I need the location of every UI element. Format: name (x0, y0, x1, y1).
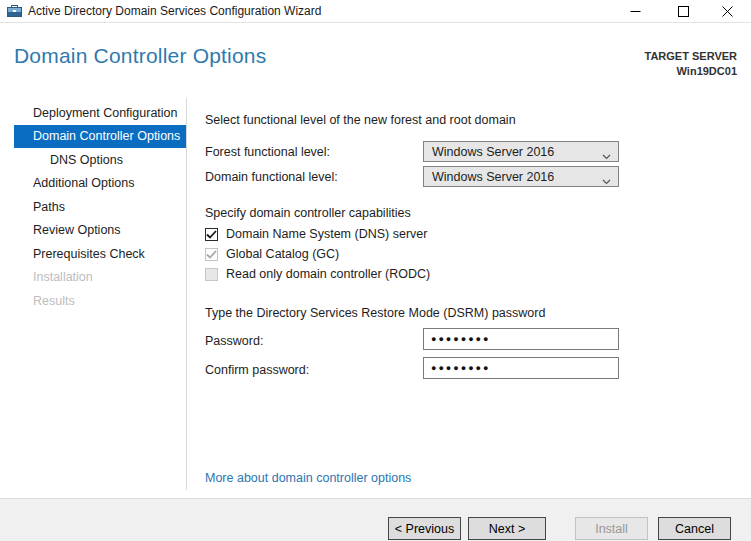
wizard-steps-sidebar: Deployment Configuration Domain Controll… (14, 101, 186, 313)
sidebar-item-review-options[interactable]: Review Options (14, 219, 186, 243)
chevron-down-icon (602, 174, 611, 188)
sidebar-item-additional-options[interactable]: Additional Options (14, 172, 186, 196)
password-label: Password: (205, 334, 263, 348)
title-bar: Active Directory Domain Services Configu… (0, 0, 751, 23)
next-button[interactable]: Next > (468, 517, 546, 540)
forest-functional-level-label: Forest functional level: (205, 145, 330, 159)
global-catalog-checkbox-label: Global Catalog (GC) (226, 247, 339, 261)
sidebar-divider (186, 98, 187, 490)
forest-functional-level-value: Windows Server 2016 (432, 145, 554, 159)
maximize-button[interactable] (666, 0, 700, 22)
global-catalog-checkbox-row: Global Catalog (GC) (205, 247, 339, 261)
close-button[interactable] (710, 0, 744, 22)
target-server-name: Win19DC01 (645, 64, 738, 79)
dns-server-checkbox-label: Domain Name System (DNS) server (226, 227, 427, 241)
confirm-password-label: Confirm password: (205, 363, 309, 377)
capabilities-heading: Specify domain controller capabilities (205, 206, 411, 220)
domain-functional-level-value: Windows Server 2016 (432, 170, 554, 184)
target-server-label: TARGET SERVER (645, 49, 738, 64)
password-input[interactable]: ●●●●●●●● (423, 328, 619, 350)
target-server-block: TARGET SERVER Win19DC01 (645, 49, 738, 79)
domain-functional-level-label: Domain functional level: (205, 170, 338, 184)
dns-server-checkbox-row: Domain Name System (DNS) server (205, 227, 427, 241)
sidebar-item-installation: Installation (14, 266, 186, 290)
rodc-checkbox-label: Read only domain controller (RODC) (226, 267, 430, 281)
functional-level-heading: Select functional level of the new fores… (205, 113, 516, 127)
server-manager-toolbox-icon (7, 4, 22, 18)
dsrm-heading: Type the Directory Services Restore Mode… (205, 306, 545, 320)
page-title: Domain Controller Options (14, 44, 266, 68)
rodc-checkbox-row: Read only domain controller (RODC) (205, 267, 430, 281)
adds-config-wizard-window: { "window": { "title": "Active Directory… (0, 0, 751, 541)
chevron-down-icon (602, 149, 611, 163)
sidebar-item-dns-options[interactable]: DNS Options (14, 148, 186, 172)
domain-functional-level-dropdown[interactable]: Windows Server 2016 (423, 166, 619, 187)
minimize-button[interactable] (618, 0, 652, 22)
confirm-password-input[interactable]: ●●●●●●●● (423, 357, 619, 379)
cancel-button[interactable]: Cancel (658, 517, 731, 540)
install-button: Install (575, 517, 648, 540)
rodc-checkbox (205, 268, 218, 281)
sidebar-item-results: Results (14, 289, 186, 313)
sidebar-item-domain-controller-options[interactable]: Domain Controller Options (14, 125, 186, 149)
previous-button[interactable]: < Previous (388, 517, 461, 540)
global-catalog-checkbox (205, 248, 218, 261)
dns-server-checkbox[interactable] (205, 228, 218, 241)
sidebar-item-paths[interactable]: Paths (14, 195, 186, 219)
more-about-link[interactable]: More about domain controller options (205, 471, 411, 485)
window-title: Active Directory Domain Services Configu… (28, 4, 321, 18)
forest-functional-level-dropdown[interactable]: Windows Server 2016 (423, 141, 619, 162)
sidebar-item-prerequisites-check[interactable]: Prerequisites Check (14, 242, 186, 266)
sidebar-item-deployment-configuration[interactable]: Deployment Configuration (14, 101, 186, 125)
